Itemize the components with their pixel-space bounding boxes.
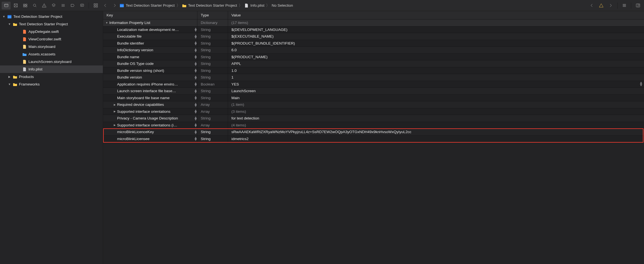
plist-type-cell[interactable]: Array [197,122,228,129]
plist-row[interactable]: ▶Bundle identifier▲▼String$(PRODUCT_BUND… [103,40,644,47]
plist-key-cell[interactable]: ▶Bundle name▲▼ [103,54,197,60]
issue-warning-icon[interactable] [597,2,606,9]
plist-row[interactable]: ▶Required device capabilities▲▼Array(1 i… [103,101,644,108]
key-stepper-icon[interactable]: ▲▼ [193,47,197,53]
plist-value-cell[interactable]: $(PRODUCT_NAME) [228,54,644,60]
disclosure-triangle-icon[interactable]: ▶ [113,103,116,106]
plist-value-cell[interactable]: 1 [228,74,644,81]
plist-row[interactable]: ▶Localization native development re…▲▼St… [103,26,644,33]
key-stepper-icon[interactable]: ▲▼ [193,81,197,88]
plist-key-cell[interactable]: ▶InfoDictionary version▲▼ [103,47,197,53]
value-stepper-icon[interactable]: ▲▼ [639,82,643,87]
plist-type-cell[interactable]: String [197,115,228,122]
plist-row[interactable]: ▼Information Property ListDictionary(17 … [103,19,644,26]
key-stepper-icon[interactable]: ▲▼ [193,136,197,142]
plist-row[interactable]: ▶Application requires iPhone enviro…▲▼Bo… [103,81,644,88]
navigator-report-icon[interactable] [78,2,86,9]
add-editor-icon[interactable] [633,2,642,9]
navigator-source-control-icon[interactable] [11,2,20,9]
plist-key-cell[interactable]: ▶microBlinkLicenceKey▲▼ [103,129,197,135]
plist-value-cell[interactable]: 1.0 [228,67,644,74]
editor-layout-icon[interactable] [620,2,629,9]
column-header-value[interactable]: Value [228,11,644,19]
issue-prev-icon[interactable] [587,2,596,9]
jump-bar-item-selection[interactable]: No Selection [272,3,293,8]
key-stepper-icon[interactable]: ▲▼ [193,40,197,47]
disclosure-triangle-icon[interactable]: ▼ [8,23,11,26]
issue-next-icon[interactable] [606,2,615,9]
plist-type-cell[interactable]: String [197,47,228,53]
key-stepper-icon[interactable]: ▲▼ [193,88,197,94]
key-stepper-icon[interactable]: ▲▼ [193,26,197,33]
plist-row[interactable]: ▶Supported interface orientations▲▼Array… [103,108,644,115]
plist-row[interactable]: ▶Executable file▲▼String$(EXECUTABLE_NAM… [103,33,644,40]
navigator-project-icon[interactable] [2,2,11,9]
plist-type-cell[interactable]: Array [197,108,228,115]
plist-type-cell[interactable]: String [197,33,228,40]
plist-value-cell[interactable]: LaunchScreen [228,88,644,94]
plist-key-cell[interactable]: ▶Bundle identifier▲▼ [103,40,197,47]
plist-value-cell[interactable]: (1 item) [228,101,644,108]
plist-key-cell[interactable]: ▶Privacy - Camera Usage Description▲▼ [103,115,197,122]
jump-bar-item-file[interactable]: Info.plist [244,3,264,8]
navigator-debug-icon[interactable] [59,2,67,9]
plist-type-cell[interactable]: Dictionary [197,19,228,26]
history-forward-icon[interactable] [110,2,119,9]
plist-row[interactable]: ▶Bundle version▲▼String1 [103,74,644,81]
plist-value-cell[interactable]: 6.0 [228,47,644,53]
plist-value-cell[interactable]: for text detection [228,115,644,122]
disclosure-triangle-icon[interactable]: ▼ [2,15,6,18]
navigator-find-icon[interactable] [30,2,39,9]
plist-key-cell[interactable]: ▶Bundle version▲▼ [103,74,197,81]
key-stepper-icon[interactable]: ▲▼ [193,115,197,122]
plist-row[interactable]: ▶Bundle version string (short)▲▼String1.… [103,67,644,74]
related-items-icon[interactable] [91,2,100,9]
key-stepper-icon[interactable]: ▲▼ [193,74,197,81]
plist-key-cell[interactable]: ▶Application requires iPhone enviro…▲▼ [103,81,197,88]
navigator-symbol-icon[interactable] [21,2,30,9]
plist-row[interactable]: ▶microBlinkLicensee▲▼Stringidmetrics2 [103,136,644,143]
tree-row-file[interactable]: ▶ViewController.swift [0,35,103,43]
tree-row-file[interactable]: ▶LaunchScreen.storyboard [0,58,103,65]
plist-key-cell[interactable]: ▶Bundle version string (short)▲▼ [103,67,197,74]
plist-row[interactable]: ▶Privacy - Camera Usage Description▲▼Str… [103,115,644,122]
plist-value-cell[interactable]: sRwAAAEKaWRtZXRyaWNzMoYVPkyjzuLL4z+SsRD7… [228,129,644,135]
history-back-icon[interactable] [101,2,110,9]
key-stepper-icon[interactable]: ▲▼ [193,95,197,101]
tree-row-group[interactable]: ▼ Text Detection Starter Project [0,20,103,28]
key-stepper-icon[interactable]: ▲▼ [193,54,197,60]
plist-value-cell[interactable]: $(DEVELOPMENT_LANGUAGE) [228,26,644,33]
plist-value-cell[interactable]: Main [228,95,644,101]
plist-value-cell[interactable]: $(PRODUCT_BUNDLE_IDENTIFIER) [228,40,644,47]
plist-type-cell[interactable]: String [197,54,228,60]
tree-row-file[interactable]: ▶AppDelegate.swift [0,28,103,35]
jump-bar-item-group[interactable]: Text Detection Starter Project [182,3,237,8]
plist-type-cell[interactable]: String [197,60,228,67]
plist-value-cell[interactable]: APPL [228,60,644,67]
disclosure-triangle-icon[interactable]: ▶ [8,75,11,78]
plist-key-cell[interactable]: ▶Supported interface orientations (i…▲▼ [103,122,197,129]
plist-value-cell[interactable]: (3 items) [228,108,644,115]
jump-bar-item-project[interactable]: Text Detection Starter Project [120,3,175,8]
disclosure-triangle-icon[interactable]: ▶ [113,110,116,113]
plist-type-cell[interactable]: String [197,88,228,94]
column-header-key[interactable]: Key [103,11,197,19]
plist-type-cell[interactable]: String [197,67,228,74]
plist-key-cell[interactable]: ▶Launch screen interface file base…▲▼ [103,88,197,94]
plist-row[interactable]: ▶Main storyboard file base name▲▼StringM… [103,95,644,102]
plist-row[interactable]: ▶Launch screen interface file base…▲▼Str… [103,88,644,95]
plist-key-cell[interactable]: ▶microBlinkLicensee▲▼ [103,136,197,142]
tree-row-file[interactable]: ▶Info.plist [0,65,103,73]
plist-key-cell[interactable]: ▼Information Property List [103,19,197,26]
plist-type-cell[interactable]: String [197,95,228,101]
tree-row-file[interactable]: ▶Main.storyboard [0,43,103,50]
tree-row-products[interactable]: ▶ Products [0,73,103,80]
plist-type-cell[interactable]: Boolean [197,81,228,88]
plist-value-cell[interactable]: idmetrics2 [228,136,644,142]
plist-key-cell[interactable]: ▶Main storyboard file base name▲▼ [103,95,197,101]
plist-key-cell[interactable]: ▶Bundle OS Type code▲▼ [103,60,197,67]
plist-type-cell[interactable]: Array [197,101,228,108]
plist-value-cell[interactable]: YES▲▼ [228,81,644,88]
plist-type-cell[interactable]: String [197,26,228,33]
disclosure-triangle-icon[interactable]: ▼ [105,21,108,24]
